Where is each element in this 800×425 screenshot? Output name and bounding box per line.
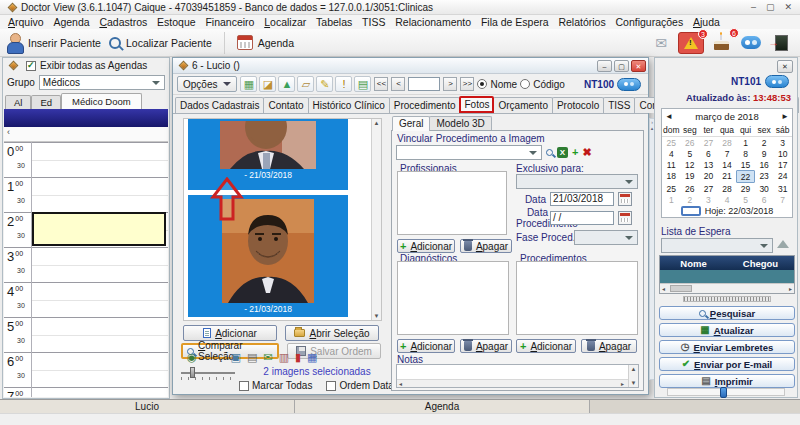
slider-knob[interactable] <box>190 367 195 378</box>
toolbar-icon-button[interactable]: ✎ <box>316 76 333 92</box>
toolbar-icon-button[interactable]: ! <box>335 76 352 92</box>
nav-first-button[interactable]: << <box>374 77 388 91</box>
schedule-cell[interactable] <box>32 143 168 177</box>
bottom-tab-agenda[interactable]: Agenda <box>295 400 590 413</box>
phase-select[interactable] <box>574 230 638 245</box>
exit-button[interactable] <box>768 32 794 54</box>
record-number-input[interactable] <box>408 77 440 91</box>
button-enviar-lembretes[interactable]: ◷Enviar Lembretes <box>659 340 795 354</box>
panel-splitter[interactable] <box>683 296 771 302</box>
frame-icon[interactable]: ▦ <box>307 352 317 363</box>
nav-last-button[interactable]: >> <box>460 77 474 91</box>
professionals-list[interactable] <box>397 171 507 235</box>
scroll-up-icon[interactable]: ▲ <box>372 120 381 126</box>
calendar-day[interactable]: 9 <box>755 148 774 159</box>
add-diagnostic-button[interactable]: + Adicionar <box>397 339 455 353</box>
calendar-day[interactable]: 15 <box>736 159 755 170</box>
today-box-icon[interactable] <box>681 206 701 216</box>
tab-protocolo[interactable]: Protocolo <box>552 97 604 113</box>
menu-arquivo[interactable]: Arquivo <box>8 16 44 28</box>
calendar-day[interactable]: 2 <box>755 137 774 148</box>
selected-time-slot[interactable] <box>32 212 166 246</box>
options-button[interactable]: Opções <box>177 76 237 92</box>
schedule-cell[interactable] <box>32 388 168 397</box>
menu-fila-de-espera[interactable]: Fila de Espera <box>481 16 549 28</box>
schedule-cell[interactable] <box>32 178 168 212</box>
date-calendar-button[interactable] <box>618 192 632 206</box>
detail-tab-geral[interactable]: Geral <box>392 116 430 131</box>
close-button[interactable]: ✕ <box>784 2 792 12</box>
add-procedure-button[interactable]: + Adicionar <box>516 339 576 353</box>
add-icon[interactable]: + <box>572 147 578 158</box>
menu-localizar[interactable]: Localizar <box>264 16 306 28</box>
bottom-tab-lucio[interactable]: Lucio <box>0 400 295 413</box>
order-by-date-checkbox[interactable] <box>326 381 336 391</box>
photo-list-scrollbar[interactable]: ▲ ▼ <box>371 119 381 320</box>
calendar-day[interactable]: 25 <box>662 183 681 194</box>
button-pesquisar[interactable]: Pesquisar <box>659 306 795 320</box>
agenda-tab-ed[interactable]: Ed <box>31 95 61 109</box>
tab-fotos[interactable]: Fotos <box>459 96 494 113</box>
maximize-button[interactable]: ▢ <box>766 2 775 12</box>
dialog-minimize-button[interactable]: – <box>597 60 612 72</box>
detail-tab-modelo-3d[interactable]: Modelo 3D <box>429 116 491 131</box>
menu-estoque[interactable]: Estoque <box>157 16 196 28</box>
insert-patient-button[interactable]: Inserir Paciente <box>6 33 101 53</box>
menu-relatorios[interactable]: Relatórios <box>558 16 605 28</box>
tab-orcamento[interactable]: Orçamento <box>493 97 552 113</box>
chat-button[interactable] <box>738 32 764 54</box>
users-pill-icon[interactable] <box>765 75 789 88</box>
calendar-day[interactable]: 6 <box>755 194 774 205</box>
group-select[interactable]: Médicos <box>39 75 165 90</box>
link-procedure-select[interactable] <box>396 145 542 160</box>
users-pill-icon[interactable] <box>617 78 641 91</box>
waitlist-row[interactable] <box>660 270 794 283</box>
calendar-day[interactable]: 29 <box>736 183 755 194</box>
calendar-day[interactable]: 16 <box>755 159 774 170</box>
photo-export-icon[interactable]: ▥ <box>279 352 289 363</box>
calendar-day[interactable]: 3 <box>773 137 792 148</box>
dialog-maximize-button[interactable]: ▢ <box>614 60 629 72</box>
procedures-list[interactable] <box>516 261 638 335</box>
schedule-cell[interactable] <box>32 248 168 282</box>
toolbar-icon-button[interactable]: ▦ <box>240 76 257 92</box>
schedule-cell[interactable] <box>32 283 168 317</box>
calendar-day[interactable]: 24 <box>773 170 792 183</box>
button-atualizar[interactable]: ▦Atualizar <box>659 323 795 337</box>
proc-date-calendar-button[interactable] <box>618 211 632 225</box>
messages-button[interactable]: ✉ <box>648 32 674 54</box>
notes-textarea[interactable]: ▲▼ ◂▸ <box>396 364 639 388</box>
nav-prev-button[interactable]: < <box>391 77 405 91</box>
schedule-cell[interactable] <box>32 318 168 352</box>
mark-all-option[interactable]: Marcar Todas <box>239 380 312 391</box>
scroll-thumb[interactable] <box>670 285 692 292</box>
alerts-button[interactable]: 3 <box>678 32 704 54</box>
calendar-day[interactable]: 19 <box>681 170 700 183</box>
minimize-button[interactable]: – <box>751 2 756 12</box>
print-icon[interactable]: ▤ <box>247 352 257 363</box>
calendar-day[interactable]: 10 <box>773 148 792 159</box>
menu-tabelas[interactable]: Tabelas <box>316 16 352 28</box>
calendar-day[interactable]: 17 <box>773 159 792 170</box>
tab-contato[interactable]: Contato <box>263 97 308 113</box>
calendar-day[interactable]: 11 <box>662 159 681 170</box>
date-field[interactable]: 21/03/2018 <box>550 192 614 206</box>
delete-diagnostic-button[interactable]: Apagar <box>460 339 512 353</box>
menu-agenda[interactable]: Agenda <box>53 16 89 28</box>
calendar-day[interactable]: 1 <box>736 137 755 148</box>
agenda-tab-al[interactable]: Al <box>5 95 31 109</box>
tab-dados-cadastrais[interactable]: Dados Cadastrais <box>175 97 264 113</box>
calendar-day[interactable]: 6 <box>699 148 718 159</box>
tab-procedimento[interactable]: Procedimento <box>389 97 461 113</box>
menu-financeiro[interactable]: Financeiro <box>205 16 254 28</box>
sort-up-icon[interactable] <box>777 240 789 248</box>
calendar-day[interactable]: 13 <box>699 159 718 170</box>
nav-next-button[interactable]: > <box>443 77 457 91</box>
agenda-scroll-row[interactable]: ‹ <box>4 127 168 142</box>
calendar-day[interactable]: 28 <box>718 137 737 148</box>
calendar-day[interactable]: 26 <box>681 183 700 194</box>
scroll-left-icon[interactable]: ◂ <box>662 285 665 292</box>
panel-close-button[interactable]: ✕ <box>777 60 793 73</box>
excel-icon[interactable]: X <box>557 147 568 158</box>
calendar-day[interactable]: 27 <box>699 183 718 194</box>
